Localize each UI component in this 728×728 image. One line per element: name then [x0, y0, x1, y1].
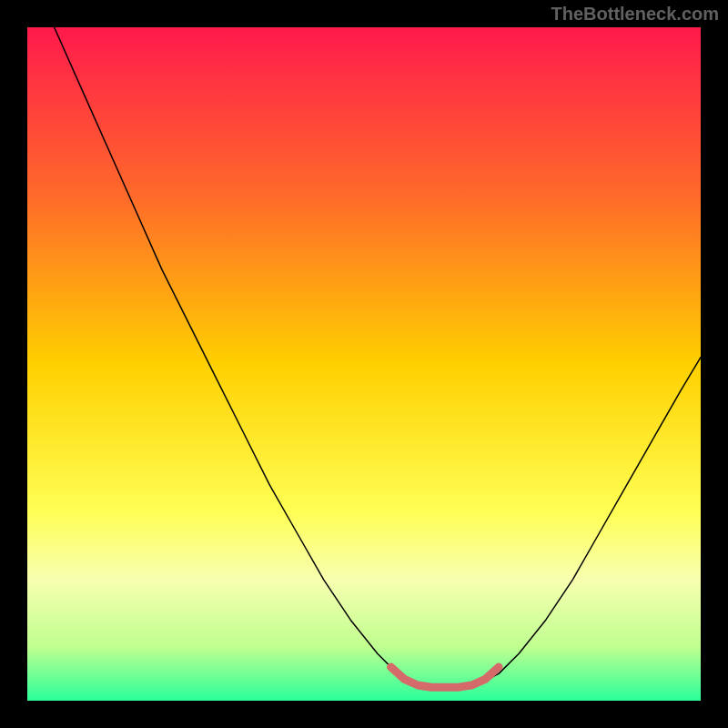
bottleneck-chart — [27, 27, 701, 701]
chart-background — [27, 27, 701, 701]
attribution-text: TheBottleneck.com — [551, 4, 719, 25]
